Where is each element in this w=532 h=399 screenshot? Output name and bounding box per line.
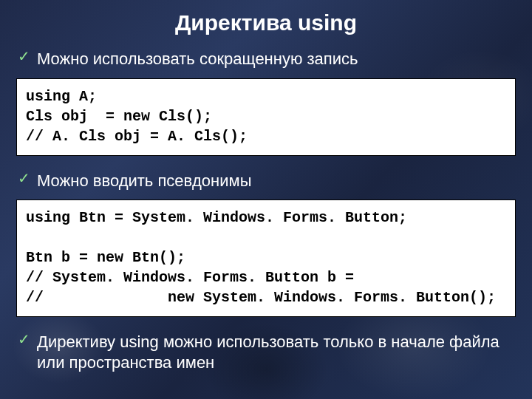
bullet-list: ✓ Можно использовать сокращенную запись (16, 44, 516, 74)
bullet-text: Можно использовать сокращенную запись (37, 50, 358, 68)
bullet-item: ✓ Директиву using можно использовать тол… (16, 327, 516, 377)
slide-title: Директива using (16, 10, 516, 35)
bullet-text: Можно вводить псевдонимы (37, 171, 251, 190)
bullet-text: Директиву using можно использовать тольк… (37, 332, 499, 372)
slide: Директива using ✓ Можно использовать сок… (0, 0, 532, 399)
code-block-2: using Btn = System. Windows. Forms. Butt… (16, 200, 516, 317)
check-icon: ✓ (18, 332, 31, 345)
bullet-item: ✓ Можно вводить псевдонимы (16, 166, 516, 196)
slide-content: Директива using ✓ Можно использовать сок… (0, 0, 532, 390)
bullet-list: ✓ Директиву using можно использовать тол… (16, 327, 516, 377)
bullet-list: ✓ Можно вводить псевдонимы (16, 166, 516, 196)
bullet-item: ✓ Можно использовать сокращенную запись (16, 44, 516, 74)
check-icon: ✓ (18, 171, 31, 184)
check-icon: ✓ (18, 49, 31, 62)
code-block-1: using A; Cls obj = new Cls(); // A. Cls … (16, 78, 516, 156)
